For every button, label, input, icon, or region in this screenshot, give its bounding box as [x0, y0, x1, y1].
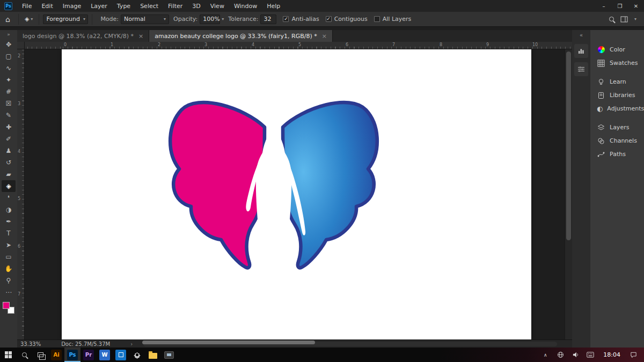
mode-dropdown[interactable]: Normal ▾: [121, 14, 169, 24]
panel-item-adjustments[interactable]: ◐ Adjustments: [590, 102, 644, 115]
menu-view[interactable]: View: [206, 0, 229, 12]
pen-tool[interactable]: ✒: [2, 216, 16, 227]
action-center-icon[interactable]: [627, 348, 640, 362]
close-icon[interactable]: ✕: [628, 0, 644, 12]
ruler-number: 4: [252, 42, 254, 47]
tab-logo-design[interactable]: logo design @ 18.3% (a22, CMYK/8) * ×: [17, 30, 149, 42]
frame-tool[interactable]: ☒: [2, 98, 16, 109]
menu-image[interactable]: Image: [58, 0, 86, 12]
menu-layer[interactable]: Layer: [86, 0, 112, 12]
chevron-down-icon[interactable]: ▾: [634, 17, 636, 21]
paint-bucket-icon: ◈: [25, 16, 29, 23]
ruler-number: 2: [158, 42, 160, 47]
volume-icon[interactable]: [569, 348, 582, 362]
eyedropper-tool[interactable]: ✎: [2, 109, 16, 121]
tool-preset-picker[interactable]: ◈ ▾: [23, 16, 35, 23]
menu-filter[interactable]: Filter: [163, 0, 187, 12]
all-layers-checkbox[interactable]: All Layers: [374, 16, 412, 23]
menu-type[interactable]: Type: [112, 0, 135, 12]
menu-3d[interactable]: 3D: [187, 0, 205, 12]
properties-panel-icon[interactable]: [574, 62, 588, 76]
tray-chevron-icon[interactable]: ∧: [539, 348, 552, 362]
blur-tool[interactable]: ❛: [2, 192, 16, 204]
histogram-panel-icon[interactable]: [574, 44, 588, 58]
brush-tool[interactable]: ✐: [2, 133, 16, 145]
taskbar-settings[interactable]: [129, 348, 145, 362]
expand-toolbar-icon[interactable]: »: [7, 30, 10, 39]
horizontal-scrollbar-thumb[interactable]: [142, 341, 315, 344]
options-bar-right: ▾: [609, 16, 636, 23]
zoom-tool[interactable]: ⚲: [2, 275, 16, 286]
task-view-button[interactable]: [32, 348, 48, 362]
taskbar-premiere[interactable]: Pr: [80, 348, 97, 362]
zoom-level[interactable]: 33.33%: [20, 341, 41, 347]
menu-window[interactable]: Window: [229, 0, 262, 12]
panel-item-channels[interactable]: Channels: [590, 134, 644, 147]
rectangle-tool[interactable]: ▭: [2, 251, 16, 263]
paint-bucket-tool[interactable]: ◈: [2, 180, 16, 192]
minimize-icon[interactable]: –: [596, 0, 612, 12]
taskbar-app-generic[interactable]: [161, 348, 177, 362]
type-tool[interactable]: T: [2, 227, 16, 239]
home-icon[interactable]: ⌂: [5, 15, 10, 24]
panel-item-learn[interactable]: Learn: [590, 75, 644, 88]
taskbar-photoshop[interactable]: Ps: [64, 348, 80, 362]
foreground-color-swatch[interactable]: [3, 302, 10, 309]
crop-tool[interactable]: #: [2, 86, 16, 98]
panel-item-paths[interactable]: Paths: [590, 147, 644, 161]
anti-alias-checkbox[interactable]: ✓ Anti-alias: [283, 16, 319, 23]
panel-item-color[interactable]: Color: [590, 43, 644, 56]
canvas-viewport: [25, 49, 565, 339]
eraser-tool[interactable]: ▰: [2, 168, 16, 180]
healing-brush-tool[interactable]: ✚: [2, 121, 16, 133]
status-chevron-icon[interactable]: ›: [130, 341, 133, 347]
taskbar-word[interactable]: W: [97, 348, 113, 362]
ruler-number: 0: [64, 42, 67, 47]
restore-icon[interactable]: ❐: [612, 0, 628, 12]
workspace-switcher-icon[interactable]: [620, 16, 628, 23]
document-canvas[interactable]: [62, 49, 531, 339]
dodge-tool[interactable]: ◑: [2, 204, 16, 216]
path-selection-tool[interactable]: ➤: [2, 239, 16, 251]
quick-selection-tool[interactable]: ✦: [2, 74, 16, 86]
collapse-panels-icon[interactable]: «: [580, 30, 583, 40]
chevron-down-icon[interactable]: ▾: [222, 17, 224, 21]
panel-item-layers[interactable]: Layers: [590, 121, 644, 134]
lasso-tool-icon: ∿: [6, 65, 11, 71]
vertical-scrollbar-thumb[interactable]: [566, 51, 571, 240]
start-button[interactable]: [0, 348, 16, 362]
premiere-icon: Pr: [83, 350, 94, 360]
menu-select[interactable]: Select: [135, 0, 163, 12]
move-tool-icon: ✥: [6, 41, 11, 48]
vertical-scrollbar[interactable]: [565, 49, 572, 339]
search-icon[interactable]: [609, 17, 614, 21]
taskbar-app-blue[interactable]: [113, 348, 129, 362]
menu-help[interactable]: Help: [262, 0, 285, 12]
edit-toolbar-button[interactable]: ⋯: [2, 286, 16, 298]
network-icon[interactable]: [554, 348, 567, 362]
touch-keyboard-icon[interactable]: [584, 348, 597, 362]
hand-tool[interactable]: ✋: [2, 263, 16, 275]
close-tab-icon[interactable]: ×: [138, 33, 143, 40]
tab-amazon-beauty-college-logo[interactable]: amazon beauty college logo @ 33.3% (fair…: [149, 30, 333, 42]
opacity-field[interactable]: 100%: [200, 14, 220, 24]
fill-source-dropdown[interactable]: Foreground ▾: [43, 14, 88, 24]
menu-edit[interactable]: Edit: [36, 0, 57, 12]
panel-item-libraries[interactable]: Libraries: [590, 88, 644, 102]
taskbar-illustrator[interactable]: Ai: [48, 348, 64, 362]
taskbar-search-button[interactable]: [16, 348, 32, 362]
move-tool[interactable]: ✥: [2, 39, 16, 50]
clone-stamp-tool[interactable]: ♟: [2, 145, 16, 157]
menu-file[interactable]: File: [17, 0, 36, 12]
gear-icon: [133, 351, 141, 359]
close-tab-icon[interactable]: ×: [322, 33, 327, 40]
history-brush-tool[interactable]: ↺: [2, 157, 16, 168]
lasso-tool[interactable]: ∿: [2, 62, 16, 74]
contiguous-checkbox[interactable]: ✓ Contiguous: [326, 16, 368, 23]
frame-tool-icon: ☒: [6, 100, 12, 107]
panel-item-swatches[interactable]: Swatches: [590, 56, 644, 70]
marquee-tool[interactable]: ▢: [2, 50, 16, 62]
taskbar-file-explorer[interactable]: [145, 348, 161, 362]
clock[interactable]: 18:04: [599, 351, 625, 358]
tolerance-field[interactable]: 32: [260, 14, 276, 24]
